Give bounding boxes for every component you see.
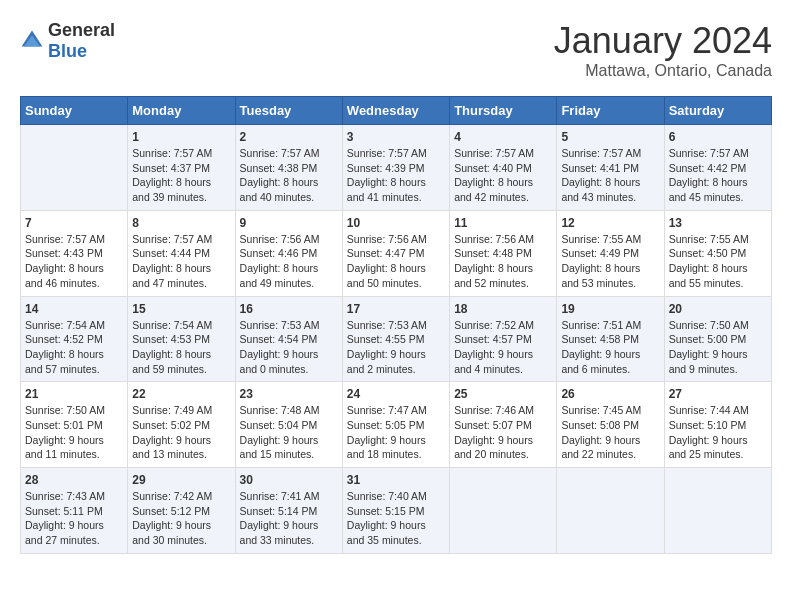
sunrise-text: Sunrise: 7:57 AM: [25, 233, 105, 245]
calendar-cell: 26Sunrise: 7:45 AMSunset: 5:08 PMDayligh…: [557, 382, 664, 468]
sunset-text: Sunset: 4:47 PM: [347, 247, 425, 259]
calendar-cell: 31Sunrise: 7:40 AMSunset: 5:15 PMDayligh…: [342, 468, 449, 554]
column-header-saturday: Saturday: [664, 97, 771, 125]
calendar-cell: [557, 468, 664, 554]
calendar-cell: 9Sunrise: 7:56 AMSunset: 4:46 PMDaylight…: [235, 210, 342, 296]
day-info: Sunrise: 7:55 AMSunset: 4:50 PMDaylight:…: [669, 232, 767, 291]
daylight-text: Daylight: 9 hours and 22 minutes.: [561, 434, 640, 461]
daylight-text: Daylight: 8 hours and 40 minutes.: [240, 176, 319, 203]
sunrise-text: Sunrise: 7:53 AM: [347, 319, 427, 331]
sunset-text: Sunset: 4:53 PM: [132, 333, 210, 345]
sunset-text: Sunset: 4:40 PM: [454, 162, 532, 174]
calendar-cell: 7Sunrise: 7:57 AMSunset: 4:43 PMDaylight…: [21, 210, 128, 296]
calendar-cell: 1Sunrise: 7:57 AMSunset: 4:37 PMDaylight…: [128, 125, 235, 211]
day-number: 12: [561, 216, 659, 230]
daylight-text: Daylight: 9 hours and 0 minutes.: [240, 348, 319, 375]
day-info: Sunrise: 7:57 AMSunset: 4:40 PMDaylight:…: [454, 146, 552, 205]
day-number: 25: [454, 387, 552, 401]
sunset-text: Sunset: 4:44 PM: [132, 247, 210, 259]
daylight-text: Daylight: 8 hours and 41 minutes.: [347, 176, 426, 203]
logo-general: General: [48, 20, 115, 40]
sunrise-text: Sunrise: 7:41 AM: [240, 490, 320, 502]
sunrise-text: Sunrise: 7:54 AM: [25, 319, 105, 331]
daylight-text: Daylight: 8 hours and 57 minutes.: [25, 348, 104, 375]
calendar-cell: 6Sunrise: 7:57 AMSunset: 4:42 PMDaylight…: [664, 125, 771, 211]
calendar-cell: 4Sunrise: 7:57 AMSunset: 4:40 PMDaylight…: [450, 125, 557, 211]
calendar-cell: 24Sunrise: 7:47 AMSunset: 5:05 PMDayligh…: [342, 382, 449, 468]
week-row-3: 14Sunrise: 7:54 AMSunset: 4:52 PMDayligh…: [21, 296, 772, 382]
sunrise-text: Sunrise: 7:49 AM: [132, 404, 212, 416]
day-info: Sunrise: 7:57 AMSunset: 4:43 PMDaylight:…: [25, 232, 123, 291]
daylight-text: Daylight: 8 hours and 39 minutes.: [132, 176, 211, 203]
daylight-text: Daylight: 9 hours and 20 minutes.: [454, 434, 533, 461]
day-info: Sunrise: 7:57 AMSunset: 4:39 PMDaylight:…: [347, 146, 445, 205]
sunrise-text: Sunrise: 7:57 AM: [132, 233, 212, 245]
daylight-text: Daylight: 9 hours and 2 minutes.: [347, 348, 426, 375]
day-number: 8: [132, 216, 230, 230]
day-info: Sunrise: 7:52 AMSunset: 4:57 PMDaylight:…: [454, 318, 552, 377]
daylight-text: Daylight: 9 hours and 25 minutes.: [669, 434, 748, 461]
daylight-text: Daylight: 8 hours and 43 minutes.: [561, 176, 640, 203]
sunset-text: Sunset: 4:43 PM: [25, 247, 103, 259]
daylight-text: Daylight: 9 hours and 13 minutes.: [132, 434, 211, 461]
sunset-text: Sunset: 5:10 PM: [669, 419, 747, 431]
sunset-text: Sunset: 5:08 PM: [561, 419, 639, 431]
sunset-text: Sunset: 4:41 PM: [561, 162, 639, 174]
day-info: Sunrise: 7:53 AMSunset: 4:55 PMDaylight:…: [347, 318, 445, 377]
calendar-cell: 19Sunrise: 7:51 AMSunset: 4:58 PMDayligh…: [557, 296, 664, 382]
daylight-text: Daylight: 8 hours and 49 minutes.: [240, 262, 319, 289]
logo-text: General Blue: [48, 20, 115, 62]
day-info: Sunrise: 7:55 AMSunset: 4:49 PMDaylight:…: [561, 232, 659, 291]
day-number: 28: [25, 473, 123, 487]
daylight-text: Daylight: 8 hours and 42 minutes.: [454, 176, 533, 203]
calendar-cell: 2Sunrise: 7:57 AMSunset: 4:38 PMDaylight…: [235, 125, 342, 211]
day-number: 29: [132, 473, 230, 487]
sunset-text: Sunset: 4:48 PM: [454, 247, 532, 259]
week-row-4: 21Sunrise: 7:50 AMSunset: 5:01 PMDayligh…: [21, 382, 772, 468]
day-info: Sunrise: 7:54 AMSunset: 4:52 PMDaylight:…: [25, 318, 123, 377]
day-info: Sunrise: 7:56 AMSunset: 4:48 PMDaylight:…: [454, 232, 552, 291]
day-number: 22: [132, 387, 230, 401]
day-info: Sunrise: 7:50 AMSunset: 5:01 PMDaylight:…: [25, 403, 123, 462]
daylight-text: Daylight: 8 hours and 59 minutes.: [132, 348, 211, 375]
calendar-cell: 8Sunrise: 7:57 AMSunset: 4:44 PMDaylight…: [128, 210, 235, 296]
calendar-cell: 16Sunrise: 7:53 AMSunset: 4:54 PMDayligh…: [235, 296, 342, 382]
day-number: 19: [561, 302, 659, 316]
sunset-text: Sunset: 5:15 PM: [347, 505, 425, 517]
sunrise-text: Sunrise: 7:52 AM: [454, 319, 534, 331]
sunrise-text: Sunrise: 7:57 AM: [132, 147, 212, 159]
sunrise-text: Sunrise: 7:47 AM: [347, 404, 427, 416]
sunrise-text: Sunrise: 7:57 AM: [347, 147, 427, 159]
calendar-cell: 3Sunrise: 7:57 AMSunset: 4:39 PMDaylight…: [342, 125, 449, 211]
day-info: Sunrise: 7:40 AMSunset: 5:15 PMDaylight:…: [347, 489, 445, 548]
day-info: Sunrise: 7:57 AMSunset: 4:38 PMDaylight:…: [240, 146, 338, 205]
day-info: Sunrise: 7:51 AMSunset: 4:58 PMDaylight:…: [561, 318, 659, 377]
column-header-monday: Monday: [128, 97, 235, 125]
sunrise-text: Sunrise: 7:46 AM: [454, 404, 534, 416]
day-number: 27: [669, 387, 767, 401]
day-info: Sunrise: 7:41 AMSunset: 5:14 PMDaylight:…: [240, 489, 338, 548]
daylight-text: Daylight: 8 hours and 55 minutes.: [669, 262, 748, 289]
day-number: 5: [561, 130, 659, 144]
calendar-cell: 14Sunrise: 7:54 AMSunset: 4:52 PMDayligh…: [21, 296, 128, 382]
daylight-text: Daylight: 9 hours and 6 minutes.: [561, 348, 640, 375]
sunrise-text: Sunrise: 7:43 AM: [25, 490, 105, 502]
sunrise-text: Sunrise: 7:42 AM: [132, 490, 212, 502]
sunrise-text: Sunrise: 7:50 AM: [25, 404, 105, 416]
calendar-cell: 29Sunrise: 7:42 AMSunset: 5:12 PMDayligh…: [128, 468, 235, 554]
sunset-text: Sunset: 5:11 PM: [25, 505, 103, 517]
sunset-text: Sunset: 5:07 PM: [454, 419, 532, 431]
daylight-text: Daylight: 8 hours and 45 minutes.: [669, 176, 748, 203]
day-number: 15: [132, 302, 230, 316]
calendar-cell: 23Sunrise: 7:48 AMSunset: 5:04 PMDayligh…: [235, 382, 342, 468]
sunrise-text: Sunrise: 7:57 AM: [454, 147, 534, 159]
day-number: 14: [25, 302, 123, 316]
day-info: Sunrise: 7:43 AMSunset: 5:11 PMDaylight:…: [25, 489, 123, 548]
logo-blue: Blue: [48, 41, 87, 61]
day-number: 10: [347, 216, 445, 230]
day-info: Sunrise: 7:42 AMSunset: 5:12 PMDaylight:…: [132, 489, 230, 548]
sunset-text: Sunset: 5:14 PM: [240, 505, 318, 517]
day-info: Sunrise: 7:49 AMSunset: 5:02 PMDaylight:…: [132, 403, 230, 462]
sunset-text: Sunset: 4:46 PM: [240, 247, 318, 259]
day-number: 1: [132, 130, 230, 144]
